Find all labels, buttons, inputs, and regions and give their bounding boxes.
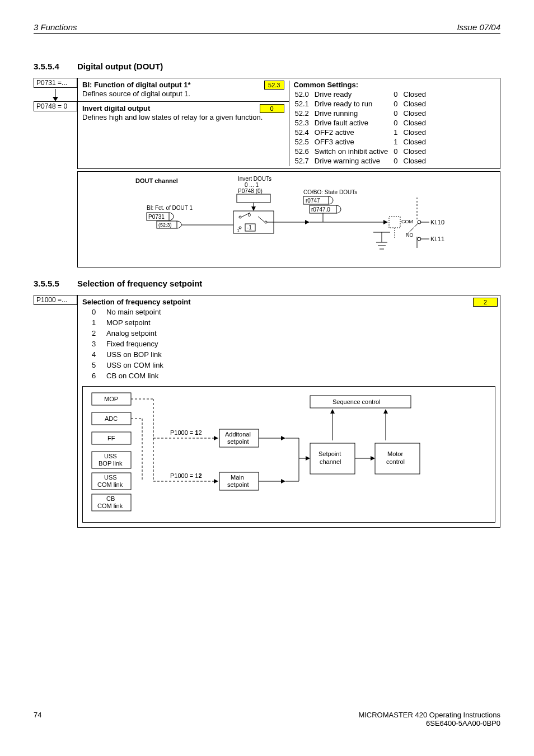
tag-2: 2	[473, 298, 498, 307]
tag-52-3: 52.3	[264, 81, 284, 90]
svg-text:P0731: P0731	[148, 214, 165, 220]
svg-text:FF: FF	[107, 435, 115, 442]
heading-3554: 3.5.5.4 Digital output (DOUT)	[34, 62, 500, 71]
svg-marker-35	[383, 220, 388, 224]
box1-title: BI: Function of digital output 1*	[82, 81, 191, 89]
dout-upper-box: BI: Function of digital output 1* 52.3 D…	[77, 78, 500, 169]
svg-text:0 ... 1: 0 ... 1	[245, 182, 259, 188]
svg-text:CO/BO: State DOUTs: CO/BO: State DOUTs	[303, 189, 357, 195]
freq-heading: Selection of frequency setpoint	[82, 298, 191, 306]
ref-p1000: P1000 =...	[34, 295, 77, 305]
heading-3555: 3.5.5.5 Selection of frequency setpoint	[34, 279, 500, 288]
freq-options-table: 0No main setpoint 1MOP setpoint 2Analog …	[90, 306, 165, 382]
footer-line2: 6SE6400-5AA00-0BP0	[426, 719, 500, 727]
footer-pagenum: 74	[34, 711, 41, 727]
tag-0: 0	[260, 104, 284, 113]
svg-text:channel: channel	[320, 458, 341, 465]
svg-text:setpoint: setpoint	[227, 438, 249, 445]
svg-text:CB: CB	[106, 495, 115, 502]
box2-desc: Defines high and low states of relay for…	[82, 113, 284, 121]
svg-point-23	[265, 221, 267, 223]
svg-text:ADC: ADC	[105, 415, 118, 422]
svg-text:setpoint: setpoint	[227, 481, 249, 488]
dout-channel-box: DOUT channel Invert DOUTs 0 ... 1 P0748 …	[77, 171, 500, 267]
svg-marker-80	[281, 436, 285, 440]
svg-text:COM link: COM link	[97, 481, 123, 488]
svg-rect-6	[237, 194, 270, 203]
common-title: Common Settings:	[294, 81, 359, 89]
svg-line-24	[258, 217, 265, 222]
header-left: 3 Functions	[34, 22, 77, 32]
heading-num-2: 3.5.5.5	[34, 279, 77, 288]
svg-text:r0747: r0747	[306, 198, 320, 204]
svg-marker-92	[330, 409, 335, 414]
svg-text:control: control	[386, 458, 405, 465]
svg-text:(52:3): (52:3)	[158, 222, 172, 228]
svg-text:NO: NO	[406, 232, 414, 238]
page-footer: 74 MICROMASTER 420 Operating Instruction…	[34, 711, 500, 727]
svg-text:-1: -1	[247, 224, 252, 231]
freq-setpoint-box: 2 Selection of frequency setpoint 0No ma…	[77, 295, 500, 528]
svg-text:r0747.0: r0747.0	[311, 206, 330, 213]
svg-marker-94	[383, 409, 388, 414]
footer-line1: MICROMASTER 420 Operating Instructions	[358, 711, 500, 719]
box2-title: Invert digital output	[82, 104, 150, 112]
svg-point-16	[239, 216, 241, 218]
svg-text:COM: COM	[401, 219, 413, 224]
ref-p0731: P0731 =...	[34, 78, 77, 88]
ref-p0748: P0748 = 0	[34, 101, 77, 111]
svg-marker-88	[281, 479, 285, 483]
box1-desc: Defines source of digital output 1.	[82, 90, 284, 98]
svg-text:P0748 (0): P0748 (0)	[238, 188, 263, 194]
svg-text:MOP: MOP	[104, 396, 118, 402]
svg-rect-36	[389, 217, 400, 228]
svg-text:BOP link: BOP link	[99, 460, 123, 467]
svg-text:USS: USS	[104, 474, 117, 481]
svg-text:Kl.10: Kl.10	[430, 219, 444, 226]
svg-marker-101	[306, 456, 310, 461]
svg-text:Main: Main	[231, 474, 244, 481]
svg-text:Setpoint: Setpoint	[318, 450, 341, 457]
svg-marker-82	[214, 479, 218, 483]
svg-marker-27	[305, 220, 310, 224]
header-right: Issue 07/04	[457, 22, 500, 32]
heading-title-2: Selection of frequency setpoint	[77, 279, 202, 288]
svg-text:Kl.11: Kl.11	[430, 236, 444, 242]
svg-text:DOUT channel: DOUT channel	[135, 177, 178, 184]
svg-marker-8	[251, 206, 256, 211]
arrow-down-icon	[34, 89, 77, 101]
svg-text:1: 1	[237, 228, 240, 233]
common-settings-table: 52.0Drive ready0Closed 52.1Drive ready t…	[294, 89, 432, 166]
svg-text:Sequence control: Sequence control	[332, 398, 381, 405]
svg-text:Motor: Motor	[387, 450, 403, 457]
svg-text:Invert DOUTs: Invert DOUTs	[238, 176, 271, 182]
svg-text:P1000 = 12: P1000 = 12	[170, 472, 202, 479]
page-header: 3 Functions Issue 07/04	[34, 22, 500, 34]
svg-text:COM link: COM link	[97, 503, 123, 509]
svg-text:Additonal: Additonal	[225, 431, 251, 438]
svg-marker-74	[214, 436, 218, 440]
svg-text:P1000 = 12: P1000 = 12	[170, 429, 202, 436]
freq-block-diagram: MOP ADC FF USSBOP link USSCOM link CBCOM…	[82, 386, 495, 523]
svg-text:USS: USS	[104, 453, 117, 459]
svg-marker-105	[371, 456, 375, 461]
heading-num: 3.5.5.4	[34, 62, 77, 71]
svg-text:BI: Fct. of DOUT 1: BI: Fct. of DOUT 1	[147, 205, 193, 211]
svg-marker-1	[53, 97, 58, 101]
heading-title: Digital output (DOUT)	[77, 62, 163, 71]
